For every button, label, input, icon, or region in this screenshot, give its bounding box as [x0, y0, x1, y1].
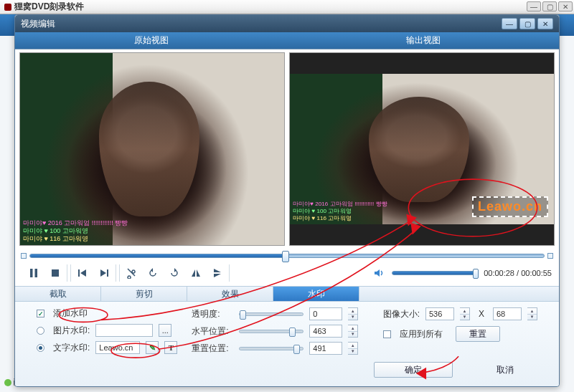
size-width-spinner[interactable]: ▲▼: [460, 307, 470, 320]
flip-vertical-button[interactable]: [210, 266, 225, 280]
size-height-spinner[interactable]: ▲▼: [527, 307, 537, 320]
subtitle-overlay: 마미야♥ 2016 고마워엄 !!!!!!!!!!!! 빵빵 마미야 ♥ 100…: [293, 201, 459, 222]
svg-rect-1: [35, 269, 38, 277]
vpos-slider[interactable]: [239, 347, 304, 350]
volume-icon[interactable]: [372, 266, 386, 280]
tab-watermark[interactable]: 水印: [273, 287, 359, 301]
tab-crop[interactable]: 截取: [15, 287, 101, 301]
svg-marker-4: [80, 269, 86, 277]
tab-trim[interactable]: 剪切: [101, 287, 187, 301]
hpos-label: 水平位置:: [192, 325, 233, 338]
status-dot-icon: [4, 379, 11, 386]
timeline-slider[interactable]: [21, 250, 553, 262]
image-watermark-radio[interactable]: 图片水印: ...: [37, 324, 177, 337]
crop-tool-button[interactable]: [124, 266, 138, 280]
svg-marker-9: [192, 269, 195, 277]
original-view-header: 原始视图: [15, 32, 287, 49]
tab-effect[interactable]: 效果: [187, 287, 273, 301]
video-frame-image: [20, 53, 284, 245]
svg-marker-7: [151, 268, 153, 272]
text-color-button[interactable]: ✎: [146, 341, 159, 354]
size-height-input[interactable]: 68: [493, 307, 522, 320]
parent-maximize-button[interactable]: ▢: [542, 1, 557, 11]
timeline-end-marker[interactable]: [547, 253, 553, 259]
app-title: 狸窝DVD刻录软件: [14, 1, 84, 13]
ok-button[interactable]: 确定: [374, 362, 453, 378]
dialog-title: 视频编辑: [21, 18, 55, 30]
size-width-input[interactable]: 536: [425, 307, 454, 320]
add-watermark-checkbox[interactable]: ✓添加水印: [37, 307, 177, 320]
opacity-spinner[interactable]: ▲▼: [348, 307, 358, 320]
vpos-label: 重置位置:: [192, 343, 233, 355]
reset-button[interactable]: 重置: [456, 326, 500, 342]
svg-rect-2: [52, 269, 59, 277]
svg-rect-0: [30, 269, 33, 277]
vpos-value[interactable]: 491: [309, 342, 342, 355]
svg-marker-5: [100, 269, 106, 277]
video-edit-dialog: 视频编辑 — ▢ ✕ 原始视图 输出视图 마미야♥ 2016 고마워엄 !!!!…: [14, 14, 560, 387]
svg-marker-8: [174, 268, 177, 272]
hpos-slider[interactable]: [239, 330, 304, 333]
svg-rect-3: [78, 269, 80, 277]
dialog-titlebar: 视频编辑 — ▢ ✕: [15, 15, 559, 32]
svg-marker-11: [214, 269, 221, 272]
opacity-value[interactable]: 0: [309, 307, 342, 320]
size-x-label: X: [479, 309, 484, 319]
pause-button[interactable]: [27, 266, 41, 280]
svg-marker-12: [214, 274, 221, 277]
watermark-overlay[interactable]: Leawo.cn: [472, 196, 548, 217]
parent-close-button[interactable]: ✕: [558, 1, 573, 11]
vpos-spinner[interactable]: ▲▼: [348, 342, 358, 355]
rotate-left-button[interactable]: [146, 266, 160, 280]
opacity-slider[interactable]: [239, 312, 304, 316]
time-display: 00:00:28 / 00:00:55: [484, 269, 552, 277]
flip-horizontal-button[interactable]: [189, 266, 203, 280]
timeline-start-marker[interactable]: [21, 253, 27, 259]
opacity-label: 透明度:: [192, 308, 233, 320]
image-size-label: 图像大小:: [383, 308, 420, 320]
apply-to-all-checkbox[interactable]: ✓应用到所有: [383, 328, 443, 340]
svg-marker-10: [197, 269, 200, 277]
parent-window-titlebar: 狸窝DVD刻录软件: [0, 0, 574, 14]
parent-minimize-button[interactable]: —: [527, 1, 541, 11]
svg-marker-13: [375, 269, 380, 277]
app-icon: [4, 4, 11, 11]
watermark-panel: ✓添加水印 图片水印: ... 文字水印: Leawo.cn ✎ T 透明: [15, 302, 559, 386]
stop-button[interactable]: [48, 266, 62, 280]
text-watermark-radio[interactable]: 文字水印: Leawo.cn ✎ T: [37, 341, 177, 354]
hpos-value[interactable]: 463: [309, 325, 342, 338]
output-view-header: 输出视图: [287, 32, 559, 49]
svg-rect-6: [107, 269, 108, 277]
cancel-button[interactable]: 取消: [473, 362, 537, 378]
text-font-button[interactable]: T: [164, 341, 177, 354]
timeline-thumb[interactable]: [282, 251, 289, 262]
output-preview: 마미야♥ 2016 고마워엄 !!!!!!!!!!!! 빵빵 마미야 ♥ 100…: [289, 52, 555, 246]
subtitle-overlay: 마미야♥ 2016 고마워엄 !!!!!!!!!!!! 빵빵 마미야 ♥ 100…: [23, 219, 208, 243]
browse-image-button[interactable]: ...: [159, 324, 171, 337]
dialog-close-button[interactable]: ✕: [537, 18, 553, 29]
prev-frame-button[interactable]: [75, 266, 90, 280]
original-preview[interactable]: 마미야♥ 2016 고마워엄 !!!!!!!!!!!! 빵빵 마미야 ♥ 100…: [19, 52, 285, 246]
text-watermark-input[interactable]: Leawo.cn: [95, 341, 140, 354]
volume-slider[interactable]: [392, 271, 478, 275]
rotate-right-button[interactable]: [167, 266, 182, 280]
dialog-minimize-button[interactable]: —: [502, 18, 517, 29]
dialog-maximize-button[interactable]: ▢: [519, 18, 535, 29]
next-frame-button[interactable]: [97, 266, 111, 280]
hpos-spinner[interactable]: ▲▼: [348, 325, 358, 338]
image-watermark-path[interactable]: [95, 324, 153, 337]
